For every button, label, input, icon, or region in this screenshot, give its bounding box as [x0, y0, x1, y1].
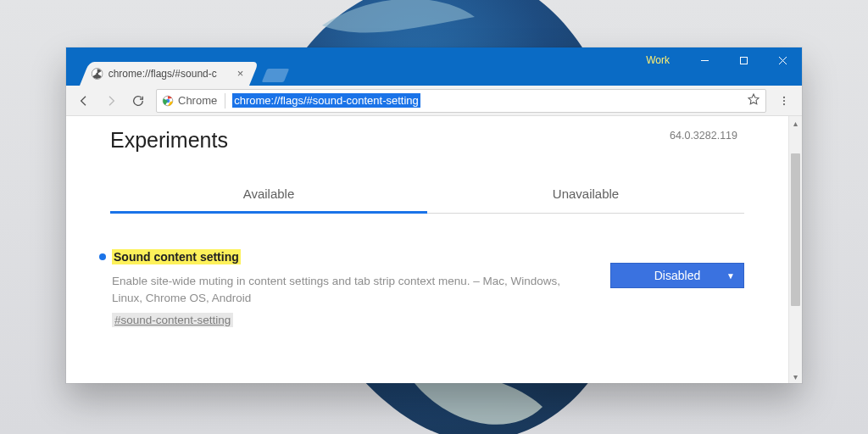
chrome-icon	[162, 95, 174, 107]
minimize-button[interactable]	[685, 47, 724, 73]
tab-close-icon[interactable]: ×	[236, 69, 246, 79]
svg-point-10	[783, 99, 785, 101]
tab-title: chrome://flags/#sound-c	[108, 68, 236, 80]
chrome-version: 64.0.3282.119	[670, 130, 737, 142]
page-title: Experiments	[110, 128, 744, 153]
chevron-down-icon: ▼	[726, 271, 735, 281]
flags-tabs: Available Unavailable	[110, 178, 744, 214]
vertical-scrollbar[interactable]: ▴ ▾	[788, 116, 802, 383]
back-button[interactable]	[71, 89, 97, 113]
flag-anchor-link[interactable]: #sound-content-setting	[112, 313, 233, 327]
browser-toolbar: Chrome chrome://flags/#sound-content-set…	[66, 86, 802, 116]
forward-button[interactable]	[98, 89, 124, 113]
svg-point-11	[783, 103, 785, 105]
flag-indicator-dot	[99, 253, 106, 260]
flag-title: Sound content setting	[112, 249, 241, 264]
chrome-window: chrome://flags/#sound-c × Work Chrome	[66, 47, 802, 383]
tab-unavailable[interactable]: Unavailable	[427, 178, 744, 213]
address-bar[interactable]: Chrome chrome://flags/#sound-content-set…	[156, 89, 766, 113]
radiation-icon	[92, 68, 103, 80]
window-controls: Work	[646, 47, 802, 73]
window-titlebar[interactable]: chrome://flags/#sound-c × Work	[66, 47, 802, 86]
tab-strip: chrome://flags/#sound-c ×	[68, 62, 287, 86]
scroll-down-icon[interactable]: ▾	[789, 370, 802, 383]
flag-description: Enable site-wide muting in content setti…	[112, 273, 587, 308]
browser-tab[interactable]: chrome://flags/#sound-c ×	[80, 62, 259, 86]
site-identity-chip[interactable]: Chrome	[162, 93, 232, 108]
page-content: Experiments 64.0.3282.119 Available Unav…	[66, 116, 788, 383]
scroll-thumb[interactable]	[791, 153, 800, 306]
scroll-up-icon[interactable]: ▴	[789, 116, 802, 130]
site-chip-label: Chrome	[178, 94, 217, 107]
new-tab-button[interactable]	[262, 69, 289, 82]
bookmark-star-icon[interactable]	[747, 92, 760, 108]
chrome-menu-button[interactable]	[771, 89, 797, 113]
flag-row: Sound content setting Enable site-wide m…	[110, 249, 744, 327]
close-button[interactable]	[763, 47, 802, 73]
reload-button[interactable]	[125, 89, 151, 113]
flag-state-select[interactable]: Disabled ▼	[610, 263, 744, 288]
tab-available[interactable]: Available	[110, 178, 427, 214]
svg-marker-8	[748, 94, 759, 104]
maximize-button[interactable]	[724, 47, 763, 73]
profile-label[interactable]: Work	[646, 54, 670, 66]
svg-rect-3	[740, 57, 747, 64]
address-bar-url: chrome://flags/#sound-content-setting	[232, 93, 420, 108]
flag-state-value: Disabled	[654, 269, 700, 282]
svg-point-9	[783, 96, 785, 97]
